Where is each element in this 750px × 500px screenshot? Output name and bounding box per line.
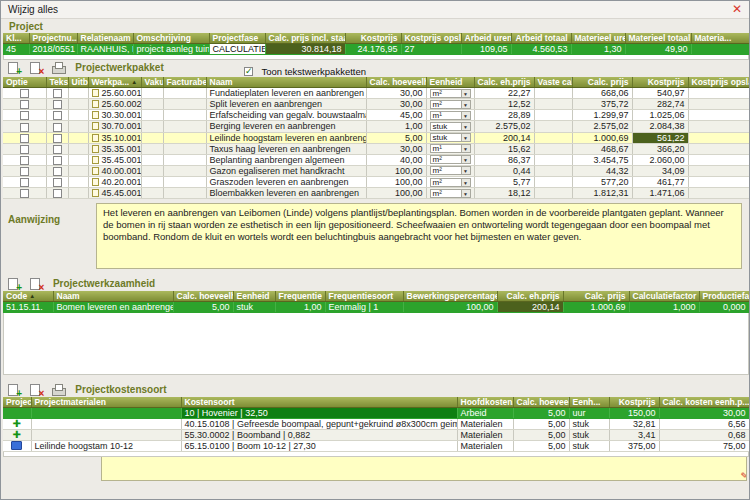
calc-prijs-cell[interactable]: 577,20 bbox=[572, 177, 632, 188]
eenheid-cell[interactable]: stuk bbox=[569, 419, 609, 430]
title-bar[interactable]: Wijzig alles ✕ bbox=[1, 1, 749, 19]
kostprijs-cell[interactable]: 540,97 bbox=[632, 88, 688, 99]
kostprijs-cell[interactable]: 34,09 bbox=[632, 165, 688, 176]
omschrijving-cell[interactable]: project aanleg tuin bbox=[133, 44, 209, 55]
col-header[interactable]: Vakuu... bbox=[141, 77, 163, 88]
vakuum-cell[interactable] bbox=[141, 110, 163, 121]
calc-prijs-cell[interactable]: 1.812,31 bbox=[572, 188, 632, 199]
tekst-cell[interactable] bbox=[46, 110, 68, 121]
optie-cell[interactable] bbox=[3, 154, 46, 165]
werkpakket-row[interactable]: 30.70.0010 Berging leveren en aanbrengen… bbox=[3, 121, 749, 132]
hoeveelheid-cell[interactable]: 5,00 bbox=[366, 132, 426, 143]
werkpakket-code-cell[interactable]: 25.60.0020 bbox=[88, 99, 141, 110]
optie-checkbox[interactable] bbox=[20, 111, 29, 120]
kostprijs-cell[interactable]: 32,81 bbox=[609, 419, 659, 430]
projectmateriaal-cell[interactable] bbox=[31, 419, 181, 430]
col-header[interactable]: Hoofdkosten... bbox=[457, 397, 513, 408]
werkpakket-row[interactable]: 40.20.0010 Graszoden leveren en aanbreng… bbox=[3, 177, 749, 188]
projectmateriaal-cell[interactable]: Leilinde hoogstam 10-12 bbox=[31, 441, 181, 452]
kostprijs-cell[interactable]: 3,41 bbox=[609, 430, 659, 441]
werkpakket-code-cell[interactable]: 45.45.0010 bbox=[88, 188, 141, 199]
kostprijs-cell[interactable]: 1.471,06 bbox=[632, 188, 688, 199]
werkpakket-code-cell[interactable]: 25.60.0011 bbox=[88, 88, 141, 99]
materieel-totaal-cell[interactable]: 49,90 bbox=[625, 44, 691, 55]
calc-prijs-cell[interactable]: 3.454,75 bbox=[572, 154, 632, 165]
naam-cell[interactable]: Beplanting aanbrengen algemeen bbox=[206, 154, 366, 165]
vaste-calc-cell[interactable] bbox=[534, 110, 572, 121]
eenheid-cell[interactable]: stuk bbox=[233, 302, 275, 313]
chevron-down-icon[interactable]: ▼ bbox=[461, 90, 470, 97]
eh-prijs-cell[interactable]: 200,14 bbox=[474, 132, 534, 143]
uitbesteed-cell[interactable] bbox=[68, 177, 88, 188]
row-icon-cell[interactable]: ✚ bbox=[3, 430, 31, 441]
calc-kosten-cell[interactable]: 75,00 bbox=[659, 441, 749, 452]
tekst-cell[interactable] bbox=[46, 165, 68, 176]
col-header[interactable]: Calc. eh.prijs bbox=[474, 77, 534, 88]
close-icon[interactable]: ✕ bbox=[729, 2, 745, 17]
add-kostensoort-button[interactable]: + bbox=[6, 383, 21, 396]
uitbesteed-cell[interactable] bbox=[68, 88, 88, 99]
eenheid-cell[interactable]: uur bbox=[569, 408, 609, 419]
col-header[interactable]: Projectmat...▲ bbox=[3, 397, 31, 408]
eenheid-cell[interactable]: m²▼ bbox=[426, 99, 474, 110]
kostensoort-cell[interactable]: 40.15.0108 | Gefreesde boompaal, gepunt+… bbox=[181, 419, 457, 430]
werkpakket-row[interactable]: 35.35.0010 Taxus haag leveren en aanbren… bbox=[3, 143, 749, 154]
tekst-checkbox[interactable] bbox=[53, 178, 62, 187]
col-header[interactable]: Kostprijs opsla... bbox=[401, 33, 461, 44]
vaste-calc-cell[interactable] bbox=[534, 121, 572, 132]
tekst-checkbox[interactable] bbox=[53, 167, 62, 176]
frequentie-cell[interactable]: 1,00 bbox=[275, 302, 325, 313]
tekst-checkbox[interactable] bbox=[53, 189, 62, 198]
col-header[interactable]: Calc. eh.prijs bbox=[497, 291, 563, 302]
tekst-cell[interactable] bbox=[46, 177, 68, 188]
chevron-down-icon[interactable]: ▼ bbox=[461, 145, 470, 152]
eenheid-cell[interactable]: stuk bbox=[569, 441, 609, 452]
hoofdkosten-cell[interactable]: Arbeid bbox=[457, 408, 513, 419]
facturabel-cell[interactable] bbox=[163, 188, 206, 199]
projectmateriaal-cell[interactable] bbox=[31, 430, 181, 441]
eenheid-cell[interactable]: m²▼ bbox=[426, 188, 474, 199]
werkpakket-code-cell[interactable]: 30.30.0011 bbox=[88, 110, 141, 121]
vaste-calc-cell[interactable] bbox=[534, 165, 572, 176]
kostensoort-row[interactable]: Leilinde hoogstam 10-12 65.15.0100 | Boo… bbox=[3, 441, 749, 452]
opslag-cell[interactable] bbox=[688, 132, 749, 143]
tekst-cell[interactable] bbox=[46, 154, 68, 165]
hoeveelheid-cell[interactable]: 5,00 bbox=[513, 441, 569, 452]
add-werkpakket-button[interactable]: + bbox=[6, 61, 21, 74]
eenheid-cell[interactable]: m²▼ bbox=[426, 154, 474, 165]
tekst-checkbox[interactable] bbox=[53, 134, 62, 143]
row-icon-cell[interactable]: ✚ bbox=[3, 419, 31, 430]
optie-cell[interactable] bbox=[3, 188, 46, 199]
materiaal-cell[interactable] bbox=[691, 44, 749, 55]
tekst-cell[interactable] bbox=[46, 188, 68, 199]
eenheid-cell[interactable]: stuk bbox=[569, 430, 609, 441]
hoeveelheid-cell[interactable]: 40,00 bbox=[366, 154, 426, 165]
tekst-checkbox[interactable] bbox=[53, 123, 62, 132]
vaste-calc-cell[interactable] bbox=[534, 88, 572, 99]
col-header[interactable]: Projectfase bbox=[209, 33, 265, 44]
hoofdkosten-cell[interactable]: Materialen bbox=[457, 441, 513, 452]
calc-prijs-cell[interactable]: 1.000,69 bbox=[572, 132, 632, 143]
hoeveelheid-cell[interactable]: 30,00 bbox=[366, 143, 426, 154]
facturabel-cell[interactable] bbox=[163, 110, 206, 121]
opslag-cell[interactable] bbox=[688, 121, 749, 132]
optie-cell[interactable] bbox=[3, 121, 46, 132]
col-header[interactable]: Omschrijving bbox=[133, 33, 209, 44]
calc-prijs-cell[interactable]: 668,06 bbox=[572, 88, 632, 99]
vaste-calc-cell[interactable] bbox=[534, 132, 572, 143]
projectmateriaal-cell[interactable] bbox=[31, 408, 181, 419]
kostensoort-cell[interactable]: 65.15.0100 | Boom 10-12 | 27,30 bbox=[181, 441, 457, 452]
uitbesteed-cell[interactable] bbox=[68, 110, 88, 121]
eenheid-cell[interactable]: m²▼ bbox=[426, 88, 474, 99]
col-header[interactable]: Materia... bbox=[691, 33, 749, 44]
projectnummer-cell[interactable]: 2018/0551 bbox=[29, 44, 77, 55]
eh-prijs-cell[interactable]: 2.575,02 bbox=[474, 121, 534, 132]
hoeveelheid-cell[interactable]: 100,00 bbox=[366, 165, 426, 176]
optie-checkbox[interactable] bbox=[20, 167, 29, 176]
facturabel-cell[interactable] bbox=[163, 143, 206, 154]
tekst-checkbox[interactable] bbox=[53, 145, 62, 154]
naam-cell[interactable]: Bloembakken leveren en aanbrengen bbox=[206, 188, 366, 199]
vakuum-cell[interactable] bbox=[141, 121, 163, 132]
optie-checkbox[interactable] bbox=[20, 100, 29, 109]
optie-cell[interactable] bbox=[3, 132, 46, 143]
